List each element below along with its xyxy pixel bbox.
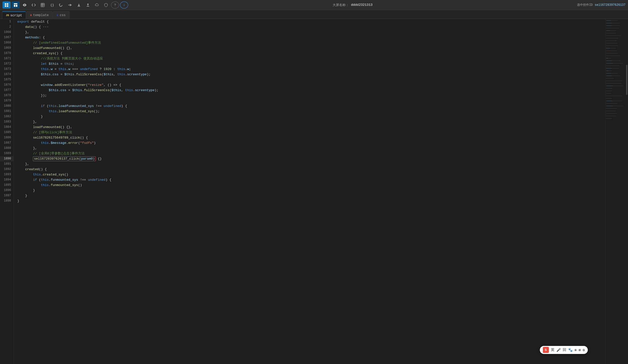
line-number: 1877 bbox=[0, 88, 14, 93]
info-icon: i bbox=[124, 3, 125, 7]
shield-button[interactable] bbox=[102, 2, 110, 9]
line-number: 1872 bbox=[0, 61, 14, 67]
scrollbar-thumb[interactable] bbox=[626, 65, 627, 95]
code-line: $this.css = $this.fullScreenCss($this, t… bbox=[16, 72, 605, 77]
taskbar-item-return[interactable]: 回 bbox=[563, 348, 566, 352]
taskbar: S 英 🎤 回 🐾 ⊕ ⊞ ⚙ bbox=[540, 346, 588, 354]
tab-template-label: template bbox=[33, 13, 49, 17]
line-number: 1884 bbox=[0, 125, 14, 130]
screen-name-label: 大屏名称： bbox=[333, 3, 349, 7]
code-line: } bbox=[16, 188, 605, 193]
line-number: 1867 bbox=[0, 35, 14, 40]
scrollbar[interactable] bbox=[625, 19, 628, 364]
code-line: $this.css = $this.fullScreenCss($this, t… bbox=[16, 88, 605, 93]
tab-script-label: script bbox=[10, 14, 22, 17]
tab-script[interactable]: JS script bbox=[2, 11, 26, 19]
toolbar-right: 选中控件ID sel16728397626137 bbox=[577, 3, 625, 7]
refresh-button[interactable] bbox=[57, 2, 65, 9]
line-number: 1882 bbox=[0, 114, 14, 119]
line-number: 1869 bbox=[0, 45, 14, 51]
taskbar-item-settings[interactable]: ⚙ bbox=[583, 348, 585, 352]
line-number: 1895 bbox=[0, 183, 14, 188]
line-number: 1896 bbox=[0, 188, 14, 193]
tabs-bar: JS script H template C css bbox=[0, 10, 628, 19]
code-content[interactable]: export default { data() { ··· }, methods… bbox=[14, 19, 605, 364]
taskbar-item-mic[interactable]: 🎤 bbox=[556, 348, 561, 352]
layout-button[interactable] bbox=[12, 2, 20, 9]
line-number: 1887 bbox=[0, 140, 14, 146]
braces-button[interactable]: {} bbox=[48, 2, 56, 9]
help-button[interactable]: ? bbox=[111, 2, 119, 9]
code-line: let $this = this; bbox=[16, 61, 605, 67]
download-button[interactable] bbox=[75, 2, 83, 9]
line-number: 1876 bbox=[0, 82, 14, 88]
svg-rect-3 bbox=[7, 5, 8, 7]
selected-id-label: 选中控件ID bbox=[577, 3, 593, 7]
code-line: if (this.funmounted_sys !== undefined) { bbox=[16, 177, 605, 183]
code-line: // [全局6]带参数[点击]事件方法 bbox=[16, 151, 605, 156]
minimap-canvas bbox=[606, 19, 625, 364]
preview-button[interactable] bbox=[21, 2, 29, 9]
html-icon: H bbox=[30, 14, 32, 17]
line-number: 1880 bbox=[0, 103, 14, 109]
line-number: 1868 bbox=[0, 40, 14, 45]
taskbar-item-lang[interactable]: 英 bbox=[551, 348, 554, 352]
code-line: }, bbox=[16, 119, 605, 125]
code-line bbox=[16, 77, 605, 82]
svg-rect-4 bbox=[14, 3, 17, 4]
code-line: loadfunmounted() {}, bbox=[16, 125, 605, 130]
line-number: 1888 bbox=[0, 146, 14, 151]
line-number: 1883 bbox=[0, 119, 14, 125]
line-number: 2 bbox=[0, 24, 14, 30]
screen-name-value: dddd2321313 bbox=[351, 3, 373, 7]
line-number: 1871 bbox=[0, 56, 14, 61]
code-line bbox=[16, 98, 605, 103]
tab-template[interactable]: H template bbox=[26, 11, 53, 19]
code-line: }); bbox=[16, 93, 605, 98]
code-line: created() { bbox=[16, 167, 605, 172]
css-icon: C bbox=[57, 14, 59, 17]
code-line: sel16728397626137_click(param0) {} bbox=[16, 156, 605, 161]
toolbar-center: 大屏名称： dddd2321313 bbox=[130, 3, 575, 7]
line-number: 1890 bbox=[0, 156, 14, 161]
line-number: 1898 bbox=[0, 198, 14, 204]
upload-button[interactable] bbox=[84, 2, 92, 9]
code-line: data() { ··· bbox=[16, 24, 605, 30]
line-number: 1893 bbox=[0, 172, 14, 177]
taskbar-item-heart[interactable]: 🐾 bbox=[568, 348, 572, 352]
toolbar: {} bbox=[0, 0, 628, 10]
line-number: 1897 bbox=[0, 193, 14, 198]
svg-rect-1 bbox=[7, 3, 8, 5]
taskbar-item-apps[interactable]: ⊞ bbox=[579, 348, 581, 352]
send-button[interactable] bbox=[66, 2, 74, 9]
code-line: this.funmounted_sys() bbox=[16, 183, 605, 188]
code-line: }, bbox=[16, 161, 605, 167]
code-line: }, bbox=[16, 146, 605, 151]
table-button[interactable] bbox=[39, 2, 47, 9]
js-icon: JS bbox=[6, 14, 9, 17]
cloud-button[interactable] bbox=[93, 2, 101, 9]
grid-view-button[interactable] bbox=[3, 2, 11, 9]
code-line: this.loadfunmounted_sys(); bbox=[16, 109, 605, 114]
line-number: 1881 bbox=[0, 109, 14, 114]
tab-css[interactable]: C css bbox=[53, 11, 69, 19]
selected-id-value: sel16728397626137 bbox=[595, 3, 625, 7]
code-line: methods: { bbox=[16, 35, 605, 40]
svg-rect-0 bbox=[5, 3, 6, 5]
code-line: sel167826175649789_click() { bbox=[16, 135, 605, 140]
line-numbers: 1218661867186818691870187118721873187418… bbox=[0, 19, 14, 364]
line-number: 1894 bbox=[0, 177, 14, 183]
line-number: 1875 bbox=[0, 77, 14, 82]
taskbar-item-circle[interactable]: ⊕ bbox=[574, 348, 577, 352]
info-button[interactable]: i bbox=[120, 2, 128, 9]
code-button[interactable] bbox=[30, 2, 38, 9]
svg-rect-2 bbox=[5, 5, 6, 7]
editor: 1218661867186818691870187118721873187418… bbox=[0, 19, 628, 364]
line-number: 1885 bbox=[0, 130, 14, 135]
minimap bbox=[605, 19, 625, 364]
line-number: 1870 bbox=[0, 51, 14, 56]
toolbar-left: {} bbox=[3, 2, 128, 9]
svg-point-7 bbox=[24, 5, 25, 5]
tab-css-label: css bbox=[60, 13, 66, 17]
line-number: 1889 bbox=[0, 151, 14, 156]
